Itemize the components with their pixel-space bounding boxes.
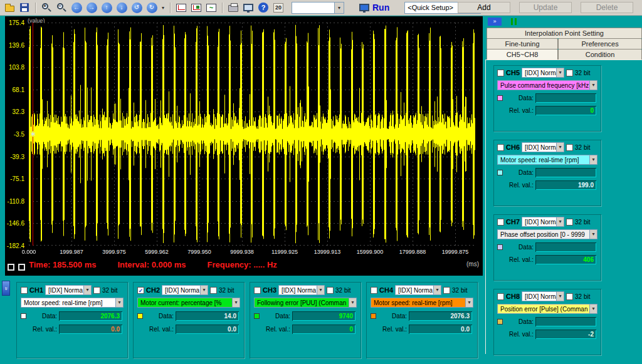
xy-compare-button[interactable] <box>189 1 203 14</box>
arrow-right-icon: → <box>87 3 97 13</box>
run-label: Run <box>372 3 389 13</box>
y-tick-label: -110.8 <box>7 197 24 204</box>
ch5-32bit-checkbox[interactable] <box>566 70 573 76</box>
ch8-enable-checkbox[interactable] <box>497 293 504 300</box>
tab-interpolation-point-setting[interactable]: Interpolation Point Setting <box>487 28 642 38</box>
x-tick-label: 19999.875 <box>442 249 469 255</box>
ch4-32bit-checkbox[interactable] <box>443 287 450 294</box>
ch5-data-field <box>535 93 596 103</box>
tab-fine-tuning[interactable]: Fine-tuning <box>487 38 558 49</box>
toolbar-separator <box>35 3 36 13</box>
marker-square-button-2[interactable] <box>18 264 25 271</box>
ch1-mode-dropdown[interactable]: [IDX] Norma▾ <box>45 285 92 295</box>
tab-ch5-ch8[interactable]: CH5~CH8 <box>487 49 558 60</box>
y-tick-label: -146.6 <box>7 220 24 227</box>
waveform-button[interactable]: ~ <box>204 1 218 14</box>
pan-down-button[interactable]: ↓ <box>115 1 129 14</box>
zoom-in-button[interactable]: + <box>39 1 53 14</box>
ch2-color-swatch[interactable] <box>137 313 143 319</box>
pan-left-button[interactable]: ← <box>70 1 83 14</box>
zoom-out-button[interactable]: − <box>55 1 68 14</box>
waveform-canvas[interactable] <box>29 23 475 246</box>
chevron-down-icon: ▾ <box>232 298 239 307</box>
undo-view-button[interactable]: ↺ <box>130 1 144 14</box>
save-button[interactable] <box>18 1 31 14</box>
ch1-32bit-checkbox[interactable] <box>93 287 100 294</box>
ch6-mode-dropdown[interactable]: [IDX] Norma▾ <box>522 142 564 152</box>
device-dropdown[interactable]: ▾ <box>292 2 344 14</box>
y-tick-label: -39.3 <box>10 153 24 160</box>
ch3-enable-checkbox[interactable] <box>254 287 261 294</box>
update-button[interactable]: Update <box>519 2 572 13</box>
delete-button[interactable]: Delete <box>581 2 633 13</box>
ch2-enable-checkbox[interactable]: ✓ <box>137 287 144 294</box>
ch2-signal-dropdown[interactable]: Motor current: percentage [%▾ <box>137 298 240 308</box>
ch5-enable-checkbox[interactable] <box>497 70 504 76</box>
ch1-signal-dropdown[interactable]: Motor speed: real-time [rpm]▾ <box>21 298 124 308</box>
ch1-color-swatch[interactable] <box>21 313 26 319</box>
ch4-mode-dropdown[interactable]: [IDX] Norma▾ <box>395 285 441 295</box>
ch6-enable-checkbox[interactable] <box>497 144 504 151</box>
ch4-color-swatch[interactable] <box>371 313 376 319</box>
ch3-signal-dropdown[interactable]: Following error [PUU] (Comman▾ <box>254 298 357 308</box>
xy-plot-button[interactable] <box>174 1 188 14</box>
ch4-data-field: 2076.3 <box>409 311 472 321</box>
ch5-signal-dropdown[interactable]: Pulse command frequency [kHz▾ <box>497 80 597 90</box>
ch4-enable-checkbox[interactable] <box>371 287 377 294</box>
plot-area[interactable]: ∗ <box>29 23 475 246</box>
ch2-label: CH2 <box>146 286 160 294</box>
ch8-32bit-checkbox[interactable] <box>566 293 573 300</box>
ch2-32bit-checkbox[interactable] <box>210 287 217 294</box>
ch7-enable-checkbox[interactable] <box>497 219 504 226</box>
ch2-mode-dropdown[interactable]: [IDX] Norma▾ <box>162 285 208 295</box>
main-toolbar: + − ← → ↑ ↓ ↺ ↻ ▾ ~ ? 20 ▾ Run <Quick Se… <box>0 0 642 16</box>
ch8-signal-dropdown[interactable]: Position error [Pulse] (Comman▾ <box>497 304 597 314</box>
nav-options-caret-icon[interactable]: ▾ <box>160 5 166 11</box>
ch5-rel-label: Rel. val.: <box>505 107 534 114</box>
ch4-32bit-label: 32 bit <box>452 287 467 294</box>
ch7-color-swatch[interactable] <box>497 244 503 250</box>
ch6-rel-field: 199.0 <box>535 180 596 190</box>
ch1-enable-checkbox[interactable] <box>21 287 28 294</box>
redo-view-button[interactable]: ↻ <box>145 1 159 14</box>
ch7-signal-dropdown[interactable]: Phase offset position [0 - 9999▾ <box>497 229 597 239</box>
pan-up-button[interactable]: ↑ <box>100 1 113 14</box>
tab-preferences[interactable]: Preferences <box>558 38 642 49</box>
ch1-rel-label: Rel. val.: <box>28 326 57 333</box>
zoom-in-icon: + <box>41 3 52 13</box>
ch5-color-swatch[interactable] <box>497 95 503 101</box>
tab-condition[interactable]: Condition <box>558 49 642 60</box>
add-button[interactable]: Add <box>458 2 510 13</box>
chevron-down-icon: ▾ <box>589 81 597 90</box>
open-file-button[interactable] <box>3 1 16 14</box>
ch2-rel-label: Rel. val.: <box>145 326 174 333</box>
marker-square-button-1[interactable] <box>8 264 14 271</box>
ch6-32bit-checkbox[interactable] <box>566 144 573 151</box>
ch6-color-swatch[interactable] <box>497 170 503 175</box>
ch7-label: CH7 <box>506 218 520 226</box>
ch7-32bit-checkbox[interactable] <box>566 219 573 226</box>
panel-expand-button[interactable]: » <box>488 18 502 26</box>
ch5-rel-field: 0 <box>535 106 596 115</box>
ch3-mode-dropdown[interactable]: [IDX] Norma▾ <box>278 285 325 295</box>
ch3-32bit-checkbox[interactable] <box>327 287 334 294</box>
ch6-signal-dropdown[interactable]: Motor speed: real-time [rpm]▾ <box>497 155 597 165</box>
ch5-mode-dropdown[interactable]: [IDX] Norma▾ <box>522 68 564 78</box>
x-tick-label: 15999.900 <box>357 249 384 255</box>
pan-right-button[interactable]: → <box>85 1 98 14</box>
ch8-mode-dropdown[interactable]: [IDX] Norma▾ <box>522 291 564 301</box>
ch4-rel-field: 0.0 <box>409 325 472 334</box>
ch7-mode-dropdown[interactable]: [IDX] Norma▾ <box>522 217 564 227</box>
sample-count-button[interactable]: 20 <box>271 1 285 14</box>
print-button[interactable] <box>226 1 240 14</box>
ch8-color-swatch[interactable] <box>497 319 503 325</box>
ch3-color-swatch[interactable] <box>254 313 260 319</box>
ch4-signal-dropdown[interactable]: Motor speed: real-time [rpm]▾ <box>371 298 473 308</box>
display-settings-button[interactable] <box>241 1 255 14</box>
run-button[interactable]: Run <box>354 1 394 14</box>
collapse-panel-button[interactable]: » <box>2 281 10 296</box>
ch7-data-field <box>535 242 596 252</box>
ch3-data-field: 9740 <box>292 311 355 321</box>
pause-button[interactable] <box>508 18 519 26</box>
help-button[interactable]: ? <box>256 1 270 14</box>
